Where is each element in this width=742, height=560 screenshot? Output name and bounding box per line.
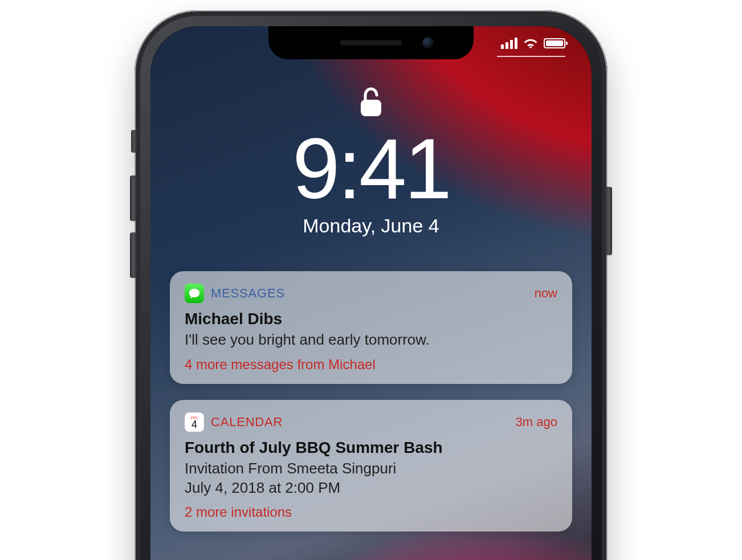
- status-underline: [497, 56, 565, 57]
- notification-time: 3m ago: [516, 415, 557, 430]
- power-button[interactable]: [605, 187, 612, 255]
- notification-body: Invitation From Smeeta Singpuri July 4, …: [185, 459, 557, 498]
- notification-time: now: [535, 286, 557, 301]
- lock-screen[interactable]: 9:41 Monday, June 4 MESSAGES now Michael…: [150, 26, 592, 560]
- notification-card-messages[interactable]: MESSAGES now Michael Dibs I'll see you b…: [170, 271, 572, 384]
- phone-frame: 9:41 Monday, June 4 MESSAGES now Michael…: [134, 10, 608, 560]
- notification-header: JUL 4 CALENDAR 3m ago: [185, 412, 557, 432]
- notification-app-label: MESSAGES: [211, 286, 285, 301]
- volume-down-button[interactable]: [130, 232, 137, 278]
- notification-body: I'll see you bright and early tomorrow.: [185, 330, 557, 350]
- messages-icon: [185, 284, 204, 303]
- calendar-icon: JUL 4: [185, 412, 204, 432]
- notch: [268, 26, 474, 59]
- silence-switch[interactable]: [131, 130, 137, 153]
- front-camera: [422, 37, 434, 48]
- status-bar: [501, 38, 565, 49]
- svg-rect-0: [361, 100, 381, 116]
- unlock-icon: [359, 86, 383, 120]
- notification-card-calendar[interactable]: JUL 4 CALENDAR 3m ago Fourth of July BBQ…: [170, 400, 572, 532]
- clock-time: 9:41: [150, 126, 592, 211]
- notification-more: 2 more invitations: [185, 504, 557, 520]
- clock-date: Monday, June 4: [150, 215, 592, 237]
- wifi-icon: [523, 38, 538, 49]
- speaker-slot: [340, 40, 402, 46]
- notification-list: MESSAGES now Michael Dibs I'll see you b…: [170, 271, 572, 547]
- notification-title: Michael Dibs: [185, 310, 557, 328]
- notification-more: 4 more messages from Michael: [185, 357, 557, 373]
- notification-title: Fourth of July BBQ Summer Bash: [185, 439, 557, 457]
- calendar-icon-day: 4: [191, 419, 197, 430]
- phone-bezel: 9:41 Monday, June 4 MESSAGES now Michael…: [150, 26, 592, 560]
- battery-icon: [544, 38, 565, 48]
- notification-app-label: CALENDAR: [211, 415, 283, 430]
- volume-up-button[interactable]: [130, 175, 137, 221]
- lock-area: 9:41 Monday, June 4: [150, 86, 592, 237]
- notification-header: MESSAGES now: [185, 284, 557, 303]
- cellular-signal-icon: [501, 38, 517, 49]
